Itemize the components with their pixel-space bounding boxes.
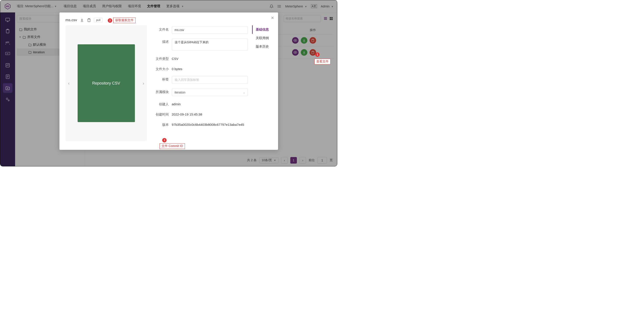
annotation-badge-1: 1 [315, 52, 320, 57]
tab-basic-info[interactable]: 基础信息 [252, 25, 272, 34]
size-label: 文件大小 [151, 66, 169, 71]
modal-title: ms.csv [66, 18, 77, 22]
detail-tabs: 基础信息 关联用例 版本历史 [252, 25, 272, 141]
version-value: 97b35a0020c0c6b4403b8008c67797e13aba7e45 [172, 121, 248, 126]
annotation-label-3: 文件 Commit ID [160, 143, 185, 149]
download-icon[interactable] [80, 18, 84, 22]
close-icon[interactable]: ✕ [271, 15, 274, 20]
creator-value: admin [172, 101, 248, 106]
prev-file-icon[interactable]: ‹ [68, 81, 70, 86]
annotation-badge-2: 2 [108, 18, 112, 23]
file-form: 文件名 ms.csv 描述 这个是从GitHub拉下来的 文件类型 CSV 文件… [151, 25, 248, 141]
ctime-label: 创建时间 [151, 111, 169, 117]
filename-input[interactable]: ms.csv [172, 26, 248, 34]
desc-textarea[interactable]: 这个是从GitHub拉下来的 [172, 38, 248, 51]
type-value: CSV [172, 55, 248, 60]
tab-relations[interactable]: 关联用例 [253, 34, 272, 42]
tags-input[interactable]: 输入回车添加标签 [172, 76, 248, 84]
pull-button[interactable]: pull [94, 18, 102, 22]
type-label: 文件类型 [151, 55, 169, 61]
size-value: 0 bytes [172, 66, 248, 71]
module-select[interactable]: iteration ⌄ [172, 89, 248, 96]
tags-label: 标签 [151, 76, 169, 81]
version-label: 版本 [151, 121, 169, 127]
trash-icon[interactable] [87, 18, 91, 22]
desc-label: 描述 [151, 38, 169, 44]
chevron-down-icon: ⌄ [243, 91, 245, 94]
file-detail-modal: ✕ ms.csv pull ‹ Repository CSV › 文件名 ms.… [60, 12, 278, 150]
tab-history[interactable]: 版本历史 [253, 42, 272, 51]
next-file-icon[interactable]: › [143, 81, 144, 86]
annotation-label-1: 查看文件 [314, 59, 330, 64]
creator-label: 创建人 [151, 101, 169, 106]
module-label: 所属模块 [151, 89, 169, 94]
ctime-value: 2022-09-19 15:45:38 [172, 111, 248, 116]
filename-label: 文件名 [151, 26, 169, 32]
preview-card: Repository CSV [78, 44, 135, 122]
file-preview: ‹ Repository CSV › [66, 25, 147, 141]
annotation-label-2: 获取最新文件 [113, 17, 136, 23]
annotation-badge-3: 3 [162, 138, 166, 142]
